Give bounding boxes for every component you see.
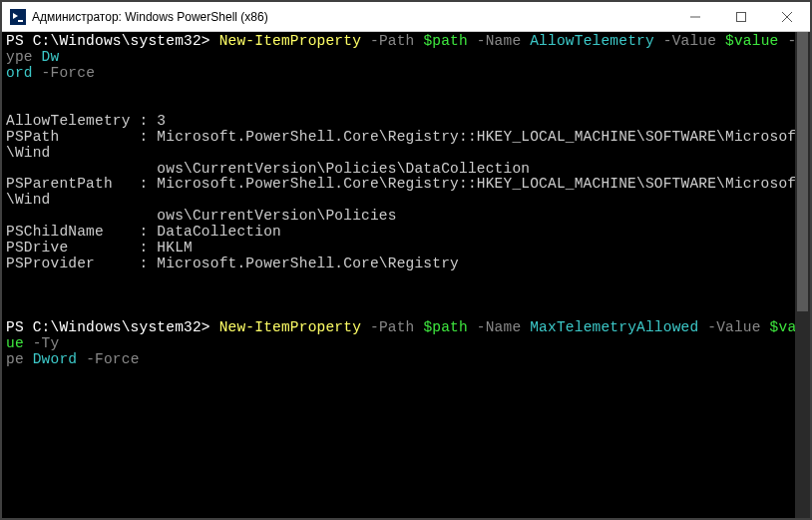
window-controls (672, 2, 810, 31)
variable: $path (423, 33, 468, 49)
output-value: 3 (157, 113, 166, 129)
param-value: MaxTelemetryAllowed (530, 319, 698, 335)
param: -Value (698, 319, 769, 335)
window-title: Администратор: Windows PowerShell (x86) (32, 10, 672, 24)
output-value: DataCollection (157, 224, 281, 240)
close-button[interactable] (764, 2, 810, 31)
param-value: Dword (33, 351, 78, 367)
minimize-button[interactable] (672, 2, 718, 31)
param: -Value (654, 33, 725, 49)
output-value: ows\CurrentVersion\Policies\DataCollecti… (6, 161, 530, 177)
scrollbar-thumb[interactable] (797, 32, 808, 311)
variable: $path (423, 319, 468, 335)
titlebar[interactable]: Администратор: Windows PowerShell (x86) (2, 2, 810, 32)
param: pe (6, 351, 33, 367)
output-label: PSParentPath : (6, 176, 157, 192)
output-label: PSPath : (6, 129, 157, 145)
maximize-button[interactable] (718, 2, 764, 31)
output-value: Microsoft.PowerShell.Core\Registry (157, 256, 459, 271)
variable: $value (725, 33, 778, 49)
param: -Ty (24, 335, 60, 351)
output-label: AllowTelemetry : (6, 113, 157, 129)
param: -Name (468, 33, 530, 49)
output-value: ows\CurrentVersion\Policies (6, 208, 397, 224)
param-value: AllowTelemetry (530, 33, 654, 49)
param: -Path (361, 33, 423, 49)
scrollbar-track[interactable] (795, 32, 810, 518)
output-label: PSDrive : (6, 240, 157, 256)
output-label: PSProvider : (6, 256, 157, 271)
param: -Force (77, 351, 139, 367)
powershell-icon (10, 9, 26, 25)
cmdlet-name: New-ItemProperty (219, 33, 361, 49)
param: -Force (33, 65, 95, 81)
output-label: PSChildName : (6, 224, 157, 240)
param-value: Dw (42, 49, 60, 65)
param: -Name (468, 319, 530, 335)
prompt-path: PS C:\Windows\system32> (6, 319, 219, 335)
svg-rect-1 (737, 12, 746, 21)
param: -Path (361, 319, 423, 335)
terminal-area[interactable]: PS C:\Windows\system32> New-ItemProperty… (2, 32, 810, 518)
cmdlet-name: New-ItemProperty (219, 319, 361, 335)
prompt-path: PS C:\Windows\system32> (6, 33, 219, 49)
param-value: ord (6, 65, 33, 81)
output-value: HKLM (157, 240, 193, 256)
